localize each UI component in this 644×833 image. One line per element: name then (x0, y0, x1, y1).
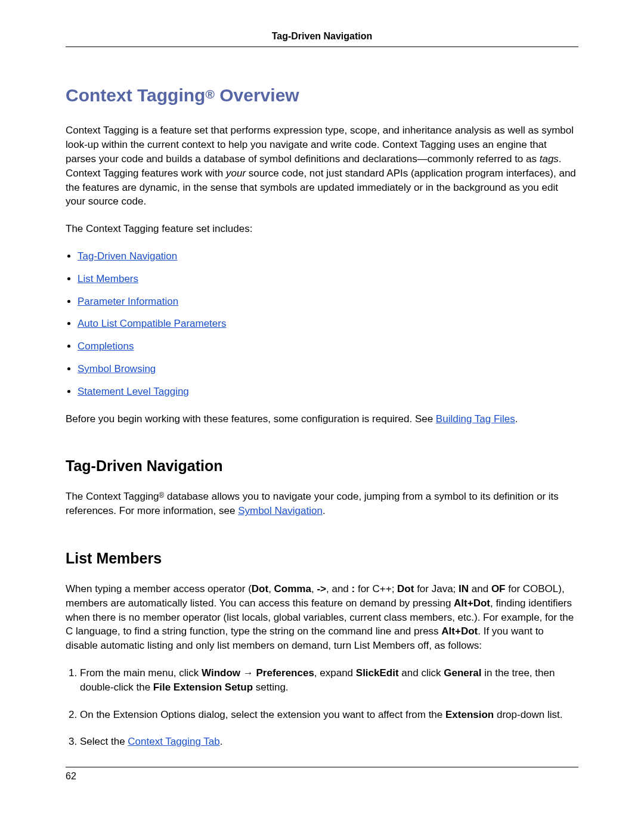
list-members-paragraph: When typing a member access operator (Do… (66, 582, 578, 653)
list-item: Parameter Information (78, 295, 578, 309)
list-item: Statement Level Tagging (78, 385, 578, 399)
list-item: Auto List Compatible Parameters (78, 317, 578, 331)
page-title: Context Tagging® Overview (66, 83, 578, 108)
bold: SlickEdit (356, 667, 399, 679)
page-number: 62 (66, 771, 76, 781)
text: . (515, 413, 518, 425)
text: for Java; (414, 583, 459, 594)
step-3: Select the Context Tagging Tab. (80, 735, 578, 749)
bold: General (444, 667, 481, 679)
bold: Window (202, 667, 240, 679)
text: → (240, 667, 256, 679)
bold: OF (491, 583, 506, 594)
bold: Alt+Dot (454, 597, 490, 609)
text: The Context Tagging (66, 491, 159, 502)
section-title-list-members: List Members (66, 548, 578, 569)
italic-tags: tags (540, 153, 559, 165)
step-1: From the main menu, click Window → Prefe… (80, 666, 578, 695)
link-building-tag-files[interactable]: Building Tag Files (436, 413, 515, 425)
section-title-tag-driven-navigation: Tag-Driven Navigation (66, 456, 578, 476)
bold: -> (317, 583, 326, 594)
text: On the Extension Options dialog, select … (80, 709, 445, 720)
steps-list: From the main menu, click Window → Prefe… (66, 666, 578, 749)
bold: Extension (445, 709, 494, 720)
running-header: Tag-Driven Navigation (66, 30, 578, 47)
text: When typing a member access operator ( (66, 583, 252, 594)
text: setting. (253, 682, 289, 693)
list-item: Completions (78, 339, 578, 354)
bold: Alt+Dot (441, 625, 478, 637)
text: Before you begin working with these feat… (66, 413, 436, 425)
link-completions[interactable]: Completions (78, 340, 134, 352)
text: and (469, 583, 491, 594)
link-context-tagging-tab[interactable]: Context Tagging Tab (128, 736, 219, 747)
intro-paragraph-2: The Context Tagging feature set includes… (66, 222, 578, 236)
bold: Dot (397, 583, 414, 594)
bold: File Extension Setup (153, 682, 253, 693)
link-symbol-navigation[interactable]: Symbol Navigation (238, 505, 323, 516)
bold: Comma (274, 583, 311, 594)
text: for C++; (355, 583, 397, 594)
feature-list: Tag-Driven Navigation List Members Param… (66, 249, 578, 399)
intro-paragraph-1: Context Tagging is a feature set that pe… (66, 123, 578, 209)
link-list-members[interactable]: List Members (78, 273, 138, 284)
link-parameter-information[interactable]: Parameter Information (78, 296, 178, 307)
registered-mark: ® (205, 87, 214, 101)
link-statement-level-tagging[interactable]: Statement Level Tagging (78, 386, 189, 397)
step-2: On the Extension Options dialog, select … (80, 708, 578, 722)
bold: IN (459, 583, 469, 594)
text: and click (399, 667, 444, 679)
tdn-paragraph: The Context Tagging® database allows you… (66, 490, 578, 518)
list-item: Symbol Browsing (78, 362, 578, 376)
text: . (323, 505, 326, 516)
list-item: List Members (78, 272, 578, 286)
text: Context Tagging is a feature set that pe… (66, 125, 574, 165)
bold: Dot (252, 583, 268, 594)
text: , (311, 583, 317, 594)
link-tag-driven-navigation[interactable]: Tag-Driven Navigation (78, 250, 177, 262)
link-auto-list-compatible-parameters[interactable]: Auto List Compatible Parameters (78, 318, 226, 329)
link-symbol-browsing[interactable]: Symbol Browsing (78, 363, 156, 374)
italic-your: your (226, 168, 246, 179)
title-text-pre: Context Tagging (66, 85, 205, 105)
text: drop-down list. (494, 709, 562, 720)
bold: Preferences (256, 667, 314, 679)
page-footer: 62 (66, 767, 578, 783)
text: , expand (314, 667, 356, 679)
text: . (220, 736, 223, 747)
text: , (268, 583, 274, 594)
text: From the main menu, click (80, 667, 202, 679)
list-item: Tag-Driven Navigation (78, 249, 578, 264)
title-text-post: Overview (215, 85, 299, 105)
before-you-begin: Before you begin working with these feat… (66, 412, 578, 426)
text: Select the (80, 736, 128, 747)
text: , and (326, 583, 352, 594)
